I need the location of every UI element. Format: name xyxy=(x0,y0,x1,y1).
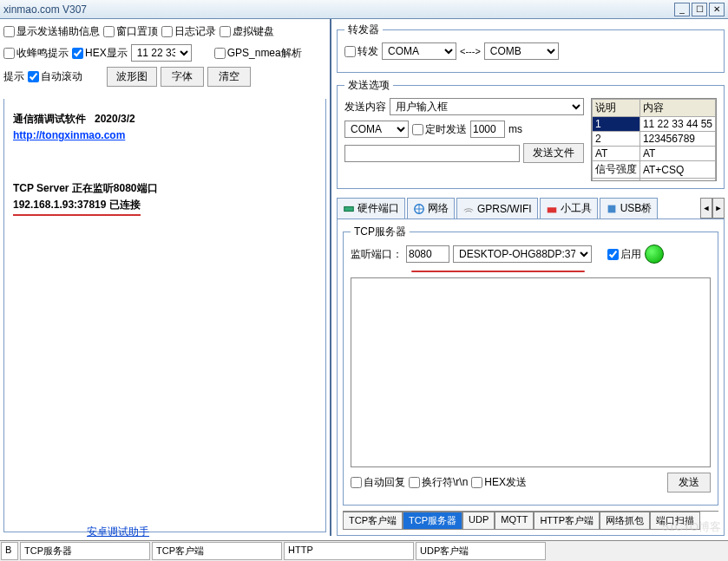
main-tabs: 硬件端口 网络 GPRS/WIFI 小工具 USB桥 ◄ ► xyxy=(337,198,725,219)
status-indicator-icon xyxy=(645,245,664,264)
maximize-button[interactable]: ☐ xyxy=(692,3,707,16)
minimize-button[interactable]: _ xyxy=(674,3,690,16)
svg-rect-2 xyxy=(547,207,556,212)
forward-checkbox[interactable]: 转发 xyxy=(344,44,378,59)
forwarder-group: 转发器 转发 COMA <---> COMB xyxy=(337,23,725,73)
tcp-server-legend: TCP服务器 xyxy=(351,225,410,239)
hex-select[interactable]: 11 22 33 xyxy=(131,44,192,62)
status-udp: UDP客户端 xyxy=(416,542,546,560)
status-bar: B TCP服务器 TCP客户端 HTTP UDP客户端 xyxy=(0,540,728,561)
crlf-checkbox[interactable]: 换行符\r\n xyxy=(409,475,468,490)
status-tcpclient: TCP客户端 xyxy=(152,542,282,560)
window-title: xinmao.com V307 xyxy=(3,3,87,16)
send-options-legend: 发送选项 xyxy=(344,78,393,93)
waveform-button[interactable]: 波形图 xyxy=(107,67,157,87)
interval-input[interactable] xyxy=(470,121,505,138)
status-b: B xyxy=(1,542,18,560)
tab-tools[interactable]: 小工具 xyxy=(540,198,598,219)
vkbd-checkbox[interactable]: 虚拟键盘 xyxy=(220,24,274,39)
autoreply-checkbox[interactable]: 自动回复 xyxy=(351,475,405,490)
annotation-underline xyxy=(411,271,585,272)
tab-hardware[interactable]: 硬件端口 xyxy=(337,198,405,219)
log-checkbox[interactable]: 日志记录 xyxy=(161,24,216,39)
footer: 安卓调试助手 xyxy=(0,523,728,540)
table-row[interactable]: ATAT xyxy=(592,147,715,161)
close-button[interactable]: ✕ xyxy=(709,3,725,16)
ms-label: ms xyxy=(508,123,522,135)
left-toolbar: 显示发送辅助信息 窗口置顶 日志记录 虚拟键盘 收蜂鸣提示 HEX显示 11 2… xyxy=(0,19,330,95)
watermark: 51CTO博客 xyxy=(662,519,721,535)
clear-button[interactable]: 清空 xyxy=(207,67,251,87)
forward-arrows-icon: <---> xyxy=(460,46,481,56)
title-bar: xinmao.com V307 _ ☐ ✕ xyxy=(0,0,728,19)
usb-icon xyxy=(606,203,618,215)
right-panel: 转发器 转发 COMA <---> COMB 发送选项 发送内容 用户输入框 C… xyxy=(331,19,728,536)
send-content-select[interactable]: 用户输入框 xyxy=(390,98,584,115)
table-row[interactable] xyxy=(592,179,715,182)
forward-dst-select[interactable]: COMB xyxy=(484,42,559,60)
status-http: HTTP xyxy=(284,542,414,560)
tip-label: 提示 xyxy=(3,69,24,84)
forwarder-legend: 转发器 xyxy=(344,23,383,37)
tab-network[interactable]: 网络 xyxy=(407,198,455,219)
forward-src-select[interactable]: COMA xyxy=(382,42,456,60)
enable-checkbox[interactable]: 启用 xyxy=(607,247,641,262)
tcp-output-box[interactable] xyxy=(351,277,711,467)
hex-display-checkbox[interactable]: HEX显示 xyxy=(72,46,128,61)
table-row[interactable]: 信号强度AT+CSQ xyxy=(592,161,715,179)
left-panel: 显示发送辅助信息 窗口置顶 日志记录 虚拟键盘 收蜂鸣提示 HEX显示 11 2… xyxy=(0,19,331,536)
wifi-icon xyxy=(462,203,475,215)
send-content-label: 发送内容 xyxy=(344,100,386,114)
globe-icon xyxy=(413,203,425,215)
log-area: 通信猫调试软件 2020/3/2 http://tongxinmao.com T… xyxy=(3,99,326,532)
listen-port-label: 监听端口： xyxy=(351,247,403,262)
homepage-link[interactable]: http://tongxinmao.com xyxy=(13,129,125,141)
app-name: 通信猫调试软件 xyxy=(13,113,86,125)
send-file-button[interactable]: 发送文件 xyxy=(523,143,584,163)
timed-send-checkbox[interactable]: 定时发送 xyxy=(412,122,467,137)
autoscroll-checkbox[interactable]: 自动滚动 xyxy=(28,69,82,84)
tab-usb[interactable]: USB桥 xyxy=(600,198,659,219)
port-icon xyxy=(343,203,355,215)
svg-rect-3 xyxy=(607,205,615,212)
svg-rect-0 xyxy=(344,206,354,211)
tab-gprs[interactable]: GPRS/WIFI xyxy=(456,198,538,219)
hexsend-checkbox[interactable]: HEX发送 xyxy=(471,475,527,490)
app-date: 2020/3/2 xyxy=(95,113,135,125)
send-options-group: 发送选项 发送内容 用户输入框 COMA 定时发送 ms 发送 xyxy=(337,78,725,189)
window-buttons: _ ☐ ✕ xyxy=(674,3,725,16)
show-aux-checkbox[interactable]: 显示发送辅助信息 xyxy=(3,24,100,39)
table-row[interactable]: 2123456789 xyxy=(592,132,715,147)
font-button[interactable]: 字体 xyxy=(161,67,204,87)
send-button[interactable]: 发送 xyxy=(667,473,711,493)
log-line-connected: 192.168.1.93:37819 已连接 xyxy=(13,197,141,216)
table-row[interactable]: 111 22 33 44 55 xyxy=(592,117,715,132)
android-link[interactable]: 安卓调试助手 xyxy=(87,525,149,539)
tcp-panel: TCP服务器 监听端口： DESKTOP-OHG88DP:3781 启用 自动回… xyxy=(337,219,725,536)
status-tcpserver: TCP服务器 xyxy=(20,542,150,560)
log-line-listen: TCP Server 正在监听8080端口 xyxy=(13,180,317,197)
send-file-path[interactable] xyxy=(344,145,520,162)
pin-top-checkbox[interactable]: 窗口置顶 xyxy=(103,24,158,39)
send-port-select[interactable]: COMA xyxy=(344,121,409,138)
toolbox-icon xyxy=(546,203,558,215)
tcp-server-group: TCP服务器 监听端口： DESKTOP-OHG88DP:3781 启用 自动回… xyxy=(343,225,718,506)
tab-scroll-right[interactable]: ► xyxy=(712,198,725,219)
host-select[interactable]: DESKTOP-OHG88DP:3781 xyxy=(453,245,592,263)
listen-port-input[interactable] xyxy=(406,245,449,263)
beep-checkbox[interactable]: 收蜂鸣提示 xyxy=(3,46,69,61)
tab-scroll-left[interactable]: ◄ xyxy=(700,198,712,219)
gps-checkbox[interactable]: GPS_nmea解析 xyxy=(214,46,302,61)
quick-send-table[interactable]: 说明内容 111 22 33 44 55 2123456789 ATAT 信号强… xyxy=(591,98,717,181)
